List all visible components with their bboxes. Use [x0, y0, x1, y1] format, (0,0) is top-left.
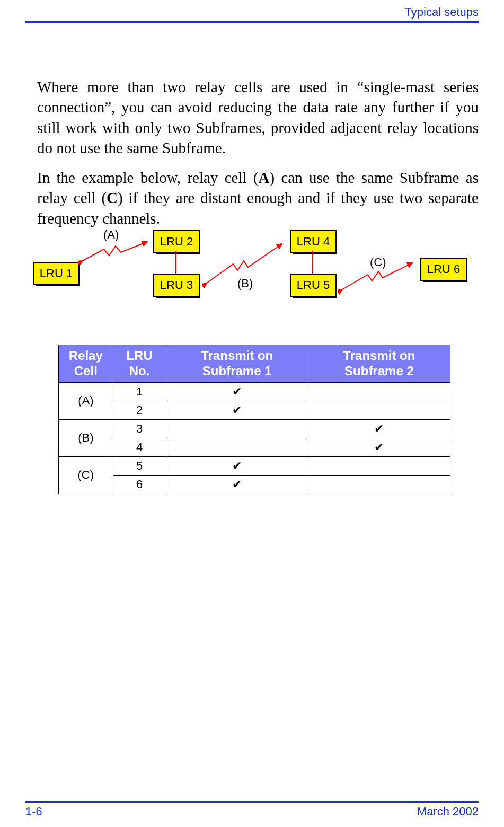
- link-a-icon: [78, 237, 153, 265]
- relay-table: Relay Cell LRU No. Transmit on Subframe …: [58, 345, 450, 494]
- cell-sf2: ✔: [308, 419, 450, 438]
- cell-sf1: ✔: [166, 382, 308, 401]
- lru3-label: LRU 3: [160, 278, 193, 292]
- th-sf1: Transmit on Subframe 1: [166, 345, 308, 383]
- p2-bold-C: C: [107, 189, 118, 206]
- body-text: Where more than two relay cells are used…: [37, 77, 479, 228]
- header-rule: [25, 21, 479, 23]
- lru2-box: LRU 2: [153, 230, 200, 253]
- table-row: 4 ✔: [59, 438, 450, 456]
- cell-lru: 1: [113, 382, 166, 401]
- page-header: Typical setups: [25, 5, 479, 23]
- cell-lru: 3: [113, 419, 166, 438]
- table-row: 6 ✔: [59, 475, 450, 494]
- page-footer: 1-6 March 2002: [25, 801, 479, 819]
- footer-page: 1-6: [25, 805, 42, 819]
- cell-sf1: ✔: [166, 456, 308, 475]
- lru5-box: LRU 5: [290, 274, 337, 297]
- paragraph-2: In the example below, relay cell (A) can…: [37, 168, 479, 228]
- lru6-label: LRU 6: [427, 262, 460, 276]
- conn-4-5: [312, 251, 313, 274]
- cell-lru: 2: [113, 401, 166, 419]
- table-row: 2 ✔: [59, 401, 450, 419]
- lru5-label: LRU 5: [297, 278, 330, 292]
- cell-lru: 5: [113, 456, 166, 475]
- cell-sf2: [308, 382, 450, 401]
- cell-sf2: [308, 456, 450, 475]
- lru1-label: LRU 1: [40, 267, 73, 280]
- p2-bold-A: A: [259, 169, 270, 186]
- table-row: (B) 3 ✔: [59, 419, 450, 438]
- footer-date: March 2002: [417, 805, 479, 819]
- cell-sf1: ✔: [166, 475, 308, 494]
- p2-seg-a: In the example below, relay cell (: [37, 169, 259, 186]
- cell-sf2: [308, 401, 450, 419]
- link-c-icon: [338, 259, 418, 296]
- lru4-box: LRU 4: [290, 230, 337, 253]
- cell-sf1: ✔: [166, 401, 308, 419]
- cell-sf1: [166, 419, 308, 438]
- cell-lru: 4: [113, 438, 166, 456]
- cell-relay: (C): [59, 456, 113, 494]
- table-row: (C) 5 ✔: [59, 456, 450, 475]
- th-sf2: Transmit on Subframe 2: [308, 345, 450, 383]
- footer-rule: [25, 801, 479, 803]
- paragraph-1: Where more than two relay cells are used…: [37, 77, 479, 158]
- lru6-box: LRU 6: [420, 258, 467, 281]
- cell-sf1: [166, 438, 308, 456]
- header-section-title: Typical setups: [25, 5, 479, 19]
- conn-2-3: [175, 251, 176, 274]
- cell-lru: 6: [113, 475, 166, 494]
- lru4-label: LRU 4: [297, 235, 330, 249]
- lru3-box: LRU 3: [153, 274, 200, 297]
- lru1-box: LRU 1: [33, 262, 79, 285]
- cell-sf2: ✔: [308, 438, 450, 456]
- cell-relay: (A): [59, 382, 113, 419]
- link-b-icon: [202, 239, 287, 288]
- cell-relay: (B): [59, 419, 113, 456]
- th-relay: Relay Cell: [59, 345, 113, 383]
- th-lru: LRU No.: [113, 345, 166, 383]
- lru2-label: LRU 2: [160, 235, 193, 249]
- table-row: (A) 1 ✔: [59, 382, 450, 401]
- relay-diagram: LRU 1 LRU 2 LRU 3 LRU 4 LRU 5 LRU 6 (A) …: [33, 228, 473, 318]
- cell-sf2: [308, 475, 450, 494]
